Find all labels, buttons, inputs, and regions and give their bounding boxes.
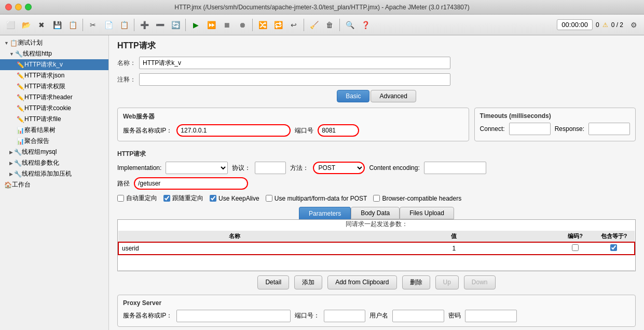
save-button[interactable]: 💾 bbox=[50, 18, 64, 32]
copy-button[interactable]: 📄 bbox=[101, 18, 116, 32]
server-input[interactable] bbox=[176, 124, 291, 137]
sidebar-item-thread-group-mysql[interactable]: ▶ 🔧 线程组mysql bbox=[0, 147, 108, 157]
follow-redirect-checkbox[interactable] bbox=[163, 195, 170, 202]
window-controls[interactable] bbox=[5, 4, 32, 10]
delete-button[interactable]: 删除 bbox=[402, 275, 430, 289]
sidebar-item-results-tree[interactable]: 📊 察看结果树 bbox=[0, 125, 108, 136]
method-select[interactable]: GET POST PUT DELETE HEAD OPTIONS PATCH bbox=[313, 162, 365, 174]
name-label: 名称： bbox=[117, 59, 136, 68]
name-input[interactable] bbox=[139, 57, 450, 69]
implementation-select[interactable] bbox=[166, 162, 228, 174]
minimize-button[interactable] bbox=[15, 4, 22, 10]
comment-row: 注释： bbox=[117, 73, 636, 86]
cut-button[interactable]: ✂ bbox=[86, 18, 100, 32]
browser-headers-label[interactable]: Browser-compatible headers bbox=[373, 195, 461, 202]
sidebar-item-thread-group-http[interactable]: ▼ 🔧 线程组http bbox=[0, 48, 108, 59]
add-from-clipboard-button[interactable]: Add from Clipboard bbox=[327, 275, 396, 289]
col-name-header: 名称 bbox=[118, 231, 351, 242]
sidebar-item-http-auth[interactable]: ✏️ HTTP请求权限 bbox=[0, 81, 108, 92]
auto-redirect-label[interactable]: 自动重定向 bbox=[117, 194, 157, 203]
param-value-cell[interactable]: 1 bbox=[351, 242, 557, 255]
keepalive-label[interactable]: Use KeepAlive bbox=[210, 195, 259, 202]
follow-redirect-label[interactable]: 跟随重定向 bbox=[163, 194, 203, 203]
main-tab-bar: Basic Advanced bbox=[117, 90, 636, 102]
sidebar-item-thread-group-stress[interactable]: ▶ 🔧 线程组添加加压机 bbox=[0, 168, 108, 179]
server-label: 服务器名称或IP： bbox=[123, 126, 172, 135]
thread-group-http-label: 线程组http bbox=[23, 49, 52, 58]
sidebar-item-http-cookie[interactable]: ✏️ HTTP请求cookie bbox=[0, 103, 108, 114]
http-auth-label: HTTP请求权限 bbox=[24, 82, 65, 91]
protocol-input[interactable] bbox=[255, 162, 286, 174]
multipart-checkbox[interactable] bbox=[266, 195, 272, 202]
tab-parameters[interactable]: Parameters bbox=[299, 207, 351, 219]
add-button[interactable]: 添加 bbox=[294, 275, 322, 289]
tab-files-upload[interactable]: Files Upload bbox=[400, 207, 454, 219]
thread-digital-icon: 🔧 bbox=[14, 160, 22, 167]
remote-stop-button[interactable]: 🔁 bbox=[271, 18, 285, 32]
clear-all-button[interactable]: 🗑 bbox=[322, 18, 337, 32]
paste-button[interactable]: 📋 bbox=[117, 18, 131, 32]
auto-redirect-checkbox[interactable] bbox=[117, 195, 124, 202]
sidebar-item-thread-group-digital[interactable]: ▶ 🔧 线程组参数化 bbox=[0, 157, 108, 168]
detail-button[interactable]: Detail bbox=[257, 275, 289, 289]
close-button[interactable] bbox=[5, 4, 12, 10]
port-input[interactable] bbox=[318, 124, 359, 137]
run-no-pause-button[interactable]: ⏩ bbox=[204, 18, 218, 32]
proxy-server-input[interactable] bbox=[176, 310, 291, 322]
sidebar-item-test-plan[interactable]: ▼ 📋 测试计划 bbox=[0, 37, 108, 48]
sidebar-item-aggregate-report[interactable]: 📊 聚合报告 bbox=[0, 136, 108, 147]
sidebar-item-http-header[interactable]: ✏️ HTTP请求header bbox=[0, 92, 108, 103]
connect-input[interactable] bbox=[509, 123, 551, 135]
expand-button[interactable]: ➕ bbox=[137, 18, 152, 32]
timeout-fields: Connect: Response: bbox=[480, 123, 630, 135]
save-as-button[interactable]: 📋 bbox=[65, 18, 80, 32]
browser-headers-checkbox[interactable] bbox=[373, 195, 380, 202]
down-button[interactable]: Down bbox=[464, 275, 496, 289]
remote-stop-now-button[interactable]: ↩ bbox=[286, 18, 301, 32]
workbench-label: 工作台 bbox=[12, 180, 31, 189]
param-name-cell[interactable]: userid bbox=[118, 242, 351, 255]
encoded-checkbox[interactable] bbox=[572, 244, 579, 251]
open-button[interactable]: 📂 bbox=[19, 18, 33, 32]
thread-digital-label: 线程组参数化 bbox=[22, 159, 59, 167]
sidebar-item-workbench[interactable]: 🏠 工作台 bbox=[0, 179, 108, 190]
equals-checkbox[interactable] bbox=[610, 244, 617, 251]
tree-expand-icon3: ▶ bbox=[9, 150, 13, 155]
maximize-button[interactable] bbox=[25, 4, 32, 10]
run-button[interactable]: ▶ bbox=[188, 18, 203, 32]
send-params-label: 同请求一起发送参数： bbox=[118, 220, 635, 229]
stop-button[interactable]: ⏹ bbox=[220, 18, 234, 32]
search-button[interactable]: 🔍 bbox=[342, 18, 357, 32]
tab-advanced[interactable]: Advanced bbox=[371, 90, 416, 102]
tab-body-data[interactable]: Body Data bbox=[351, 207, 400, 219]
param-encoded-cell[interactable] bbox=[557, 242, 594, 255]
proxy-port-input[interactable] bbox=[324, 310, 365, 322]
param-equals-cell[interactable] bbox=[593, 242, 635, 255]
toolbar-right: 00:00:00 0 ⚠ 0 / 2 ⚙ bbox=[557, 18, 641, 32]
toggle-button[interactable]: 🔄 bbox=[168, 18, 183, 32]
response-input[interactable] bbox=[588, 123, 630, 135]
multipart-label[interactable]: Use multipart/form-data for POST bbox=[266, 195, 367, 202]
tab-basic[interactable]: Basic bbox=[337, 90, 369, 102]
collapse-button[interactable]: ➖ bbox=[153, 18, 167, 32]
settings-button[interactable]: ⚙ bbox=[626, 18, 641, 32]
sidebar-item-http-json[interactable]: ✏️ HTTP请求json bbox=[0, 70, 108, 81]
remote-run-button[interactable]: 🔀 bbox=[255, 18, 270, 32]
proxy-password-input[interactable] bbox=[465, 310, 517, 322]
stop-now-button[interactable]: ⏺ bbox=[235, 18, 250, 32]
sidebar-item-http-kv[interactable]: ✏️ HTTP请求k_v bbox=[0, 59, 108, 70]
thread-stress-icon: 🔧 bbox=[14, 170, 22, 178]
proxy-user-input[interactable] bbox=[392, 310, 444, 322]
table-row[interactable]: userid 1 bbox=[118, 242, 635, 255]
new-button[interactable]: ⬜ bbox=[3, 18, 18, 32]
keepalive-checkbox[interactable] bbox=[210, 195, 216, 202]
path-input[interactable] bbox=[134, 177, 248, 190]
close-button-toolbar[interactable]: ✖ bbox=[34, 18, 49, 32]
sidebar-item-http-file[interactable]: ✏️ HTTP请求file bbox=[0, 114, 108, 125]
comment-input[interactable] bbox=[139, 73, 450, 86]
help-button[interactable]: ❓ bbox=[358, 18, 373, 32]
port-label: 端口号 bbox=[295, 126, 313, 135]
up-button[interactable]: Up bbox=[435, 275, 459, 289]
clear-button[interactable]: 🧹 bbox=[307, 18, 321, 32]
encoding-input[interactable] bbox=[424, 162, 486, 174]
